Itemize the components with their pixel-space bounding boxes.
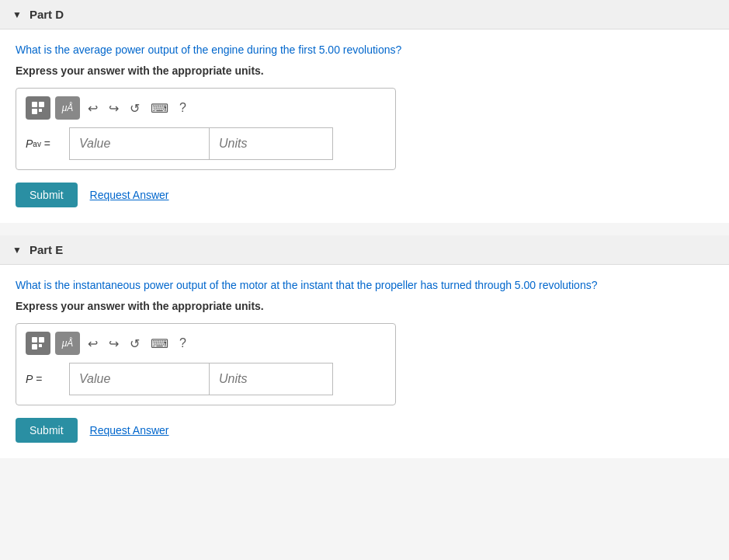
part-d-help-button[interactable]: ? bbox=[176, 99, 189, 117]
part-e-request-answer-button[interactable]: Request Answer bbox=[90, 424, 169, 437]
svg-rect-2 bbox=[32, 109, 37, 114]
part-d-input-row: Pav = bbox=[26, 127, 386, 160]
part-d-undo-button[interactable]: ↩ bbox=[85, 99, 101, 117]
part-e-title: Part E bbox=[30, 243, 63, 256]
part-e-units-input[interactable] bbox=[209, 363, 333, 395]
part-e-mu-button[interactable]: μÅ bbox=[55, 332, 80, 355]
part-d-units-input[interactable] bbox=[209, 127, 333, 160]
part-e-help-button[interactable]: ? bbox=[176, 335, 189, 352]
part-d-body: What is the average power output of the … bbox=[0, 30, 729, 223]
part-d-value-input[interactable] bbox=[69, 127, 209, 160]
part-e-keyboard-button[interactable]: ⌨ bbox=[148, 335, 172, 353]
svg-rect-7 bbox=[39, 344, 42, 347]
part-e-undo-button[interactable]: ↩ bbox=[85, 335, 101, 353]
svg-rect-5 bbox=[39, 337, 44, 343]
part-e-redo-button[interactable]: ↪ bbox=[106, 335, 122, 353]
svg-rect-6 bbox=[32, 344, 37, 350]
part-d-label-sub: av bbox=[33, 140, 41, 148]
svg-rect-3 bbox=[39, 109, 42, 112]
part-e-chevron-icon[interactable]: ▼ bbox=[12, 245, 22, 256]
part-e-mu-label: μÅ bbox=[62, 338, 74, 349]
part-d-submit-button[interactable]: Submit bbox=[16, 183, 78, 207]
part-e-action-row: Submit Request Answer bbox=[16, 418, 713, 443]
part-d-instruction: Express your answer with the appropriate… bbox=[16, 64, 713, 77]
separator bbox=[0, 229, 729, 235]
part-d-question: What is the average power output of the … bbox=[16, 42, 713, 58]
part-d-keyboard-button[interactable]: ⌨ bbox=[148, 99, 172, 117]
part-d-mu-button[interactable]: μÅ bbox=[55, 96, 80, 120]
part-d-mu-label: μÅ bbox=[62, 103, 74, 113]
part-e-body: What is the instantaneous power output o… bbox=[0, 265, 729, 458]
part-e-answer-box: μÅ ↩ ↪ ↺ ⌨ ? P = bbox=[16, 323, 396, 405]
part-d-section: ▼ Part D What is the average power outpu… bbox=[0, 0, 729, 223]
part-d-redo-button[interactable]: ↪ bbox=[106, 99, 122, 117]
part-d-request-answer-button[interactable]: Request Answer bbox=[90, 189, 169, 201]
part-e-section: ▼ Part E What is the instantaneous power… bbox=[0, 235, 729, 458]
part-e-toolbar: μÅ ↩ ↪ ↺ ⌨ ? bbox=[26, 332, 386, 355]
part-d-reset-button[interactable]: ↺ bbox=[127, 99, 143, 117]
svg-rect-1 bbox=[39, 102, 44, 107]
svg-rect-0 bbox=[32, 102, 37, 107]
part-e-submit-button[interactable]: Submit bbox=[16, 418, 78, 443]
part-d-toolbar: μÅ ↩ ↪ ↺ ⌨ ? bbox=[26, 96, 386, 120]
part-d-chevron-icon[interactable]: ▼ bbox=[12, 9, 22, 20]
part-d-header: ▼ Part D bbox=[0, 0, 729, 30]
part-e-label: P = bbox=[26, 373, 63, 385]
part-e-grid-button[interactable] bbox=[26, 332, 50, 355]
part-e-value-input[interactable] bbox=[69, 363, 209, 395]
part-d-answer-box: μÅ ↩ ↪ ↺ ⌨ ? Pav = bbox=[16, 88, 396, 170]
part-d-grid-button[interactable] bbox=[26, 96, 50, 120]
part-d-label: Pav = bbox=[26, 137, 63, 150]
part-e-question: What is the instantaneous power output o… bbox=[16, 277, 713, 294]
part-e-input-row: P = bbox=[26, 363, 386, 395]
part-d-action-row: Submit Request Answer bbox=[16, 183, 713, 207]
part-d-title: Part D bbox=[30, 8, 64, 21]
part-e-header: ▼ Part E bbox=[0, 235, 729, 265]
part-e-reset-button[interactable]: ↺ bbox=[127, 335, 143, 353]
svg-rect-4 bbox=[32, 337, 37, 343]
part-e-instruction: Express your answer with the appropriate… bbox=[16, 300, 713, 312]
